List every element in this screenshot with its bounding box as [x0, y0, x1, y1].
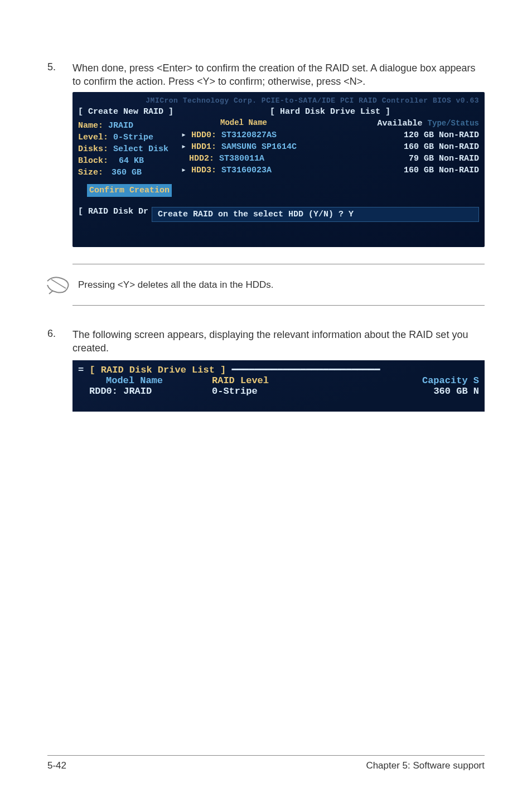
raid-list-row-0[interactable]: RDD0: JRAID 0-Stripe 360 GB N [78, 386, 479, 397]
drive-row-0[interactable]: ▸ HDD0: ST3120827AS 120 GB Non-RAID [181, 129, 479, 141]
bios-header-faint: JMICron Technology Corp. PCIE-to-SATA/ID… [78, 96, 479, 105]
step6-text: The following screen appears, displaying… [72, 328, 485, 355]
create-raid-confirm-prompt[interactable]: Create RAID on the select HDD (Y/N) ? Y [152, 207, 479, 222]
drive-row-1[interactable]: ▸ HDD1: SAMSUNG SP1614C 160 GB Non-RAID [181, 141, 479, 153]
chapter-label: Chapter 5: Software support [366, 760, 485, 771]
drive-row-3[interactable]: ▸ HDD3: ST3160023A 160 GB Non-RAID [181, 165, 479, 176]
note-box: Pressing <Y> deletes all the data in the… [72, 264, 485, 306]
confirm-creation-button[interactable]: Confirm Creation [87, 184, 172, 197]
drive-row-2[interactable]: HDD2: ST380011A 79 GB Non-RAID [181, 153, 479, 165]
raid-block-row: Block: 64 KB [78, 155, 181, 167]
step5-text: When done, press <Enter> to confirm the … [72, 61, 485, 89]
bios-screenshot-raid-list: = [ RAID Disk Drive List ] ━━━━━━━━━━━━━… [72, 360, 485, 412]
page-number: 5-42 [47, 760, 66, 771]
raid-size-row: Size: 360 GB [78, 167, 181, 178]
drive-list-header: Model Name Available Type/Status [181, 118, 479, 129]
raid-list-header: Model Name RAID Level Capacity S [78, 375, 479, 386]
page-footer: 5-42 Chapter 5: Software support [47, 755, 485, 771]
raid-name-row: Name: JRAID [78, 120, 181, 132]
note-icon [45, 273, 72, 297]
raid-list-title: = [ RAID Disk Drive List ] ━━━━━━━━━━━━━… [78, 364, 479, 375]
step6-number: 6. [47, 328, 72, 355]
raid-disks-row: Disks: Select Disk [78, 143, 181, 155]
step5-number: 5. [47, 61, 72, 89]
bios-screenshot-create-raid: JMICron Technology Corp. PCIE-to-SATA/ID… [72, 92, 485, 247]
raid-level-row: Level: 0-Stripe [78, 132, 181, 143]
raid-disk-dr-label: [ RAID Disk Dr [78, 207, 148, 222]
note-text: Pressing <Y> deletes all the data in the… [72, 279, 274, 291]
create-raid-title: [ Create New RAID ] [78, 106, 181, 118]
drive-list-title: [ Hard Disk Drive List ] [181, 106, 479, 118]
